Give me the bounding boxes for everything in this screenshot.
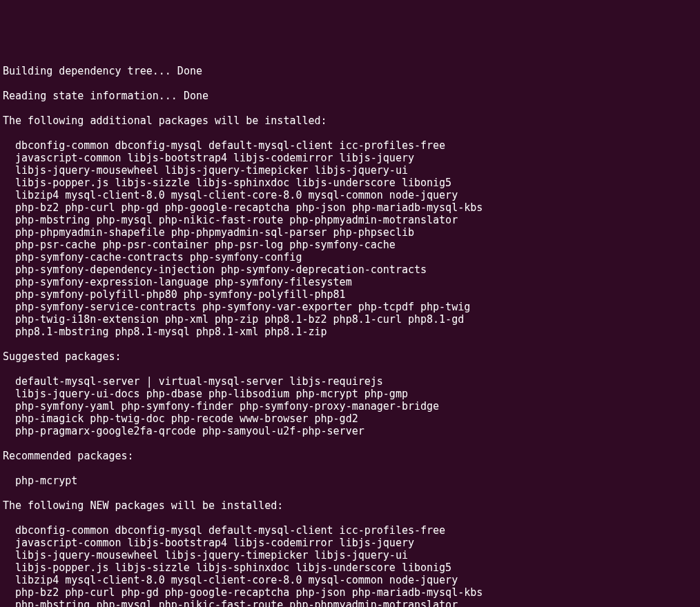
- suggested-package-line: php-symfony-yaml php-symfony-finder php-…: [3, 400, 697, 412]
- new-package-line: php-mbstring php-mysql php-nikic-fast-ro…: [3, 599, 697, 607]
- new-packages-list: dbconfig-common dbconfig-mysql default-m…: [3, 524, 697, 607]
- reading-line: Reading state information... Done: [3, 90, 697, 102]
- new-package-line: javascript-common libjs-bootstrap4 libjs…: [3, 537, 697, 549]
- additional-package-line: php-twig-i18n-extension php-xml php-zip …: [3, 313, 697, 326]
- new-package-line: libjs-jquery-mousewheel libjs-jquery-tim…: [3, 549, 697, 561]
- new-package-line: libjs-popper.js libjs-sizzle libjs-sphin…: [3, 561, 697, 574]
- additional-package-line: libjs-popper.js libjs-sizzle libjs-sphin…: [3, 177, 697, 189]
- suggested-package-line: default-mysql-server | virtual-mysql-ser…: [3, 375, 697, 388]
- new-package-line: dbconfig-common dbconfig-mysql default-m…: [3, 524, 697, 537]
- recommended-title: Recommended packages:: [3, 450, 697, 462]
- new-package-line: php-bz2 php-curl php-gd php-google-recap…: [3, 586, 697, 599]
- recommended-packages-list: php-mcrypt: [3, 475, 697, 487]
- additional-title: The following additional packages will b…: [3, 115, 697, 127]
- suggested-title: Suggested packages:: [3, 350, 697, 363]
- suggested-package-line: php-pragmarx-google2fa-qrcode php-samyou…: [3, 425, 697, 437]
- additional-package-line: php-phpmyadmin-shapefile php-phpmyadmin-…: [3, 226, 697, 239]
- additional-package-line: javascript-common libjs-bootstrap4 libjs…: [3, 152, 697, 164]
- additional-package-line: php-symfony-polyfill-php80 php-symfony-p…: [3, 288, 697, 301]
- additional-package-line: php-symfony-expression-language php-symf…: [3, 276, 697, 288]
- additional-package-line: libjs-jquery-mousewheel libjs-jquery-tim…: [3, 164, 697, 177]
- additional-package-line: libzip4 mysql-client-8.0 mysql-client-co…: [3, 189, 697, 201]
- new-package-line: libzip4 mysql-client-8.0 mysql-client-co…: [3, 574, 697, 586]
- additional-package-line: php-symfony-service-contracts php-symfon…: [3, 301, 697, 313]
- recommended-package-line: php-mcrypt: [3, 475, 697, 487]
- additional-package-line: php-psr-cache php-psr-container php-psr-…: [3, 239, 697, 251]
- additional-packages-list: dbconfig-common dbconfig-mysql default-m…: [3, 139, 697, 338]
- terminal-output: Building dependency tree... Done Reading…: [3, 52, 697, 607]
- new-packages-title: The following NEW packages will be insta…: [3, 499, 697, 512]
- suggested-package-line: libjs-jquery-ui-docs php-dbase php-libso…: [3, 388, 697, 400]
- additional-package-line: dbconfig-common dbconfig-mysql default-m…: [3, 139, 697, 152]
- additional-package-line: php-bz2 php-curl php-gd php-google-recap…: [3, 201, 697, 214]
- additional-package-line: php-symfony-dependency-injection php-sym…: [3, 263, 697, 276]
- suggested-packages-list: default-mysql-server | virtual-mysql-ser…: [3, 375, 697, 437]
- suggested-package-line: php-imagick php-twig-doc php-recode www-…: [3, 412, 697, 425]
- additional-package-line: php8.1-mbstring php8.1-mysql php8.1-xml …: [3, 326, 697, 338]
- additional-package-line: php-mbstring php-mysql php-nikic-fast-ro…: [3, 214, 697, 226]
- building-line: Building dependency tree... Done: [3, 65, 697, 77]
- additional-package-line: php-symfony-cache-contracts php-symfony-…: [3, 251, 697, 263]
